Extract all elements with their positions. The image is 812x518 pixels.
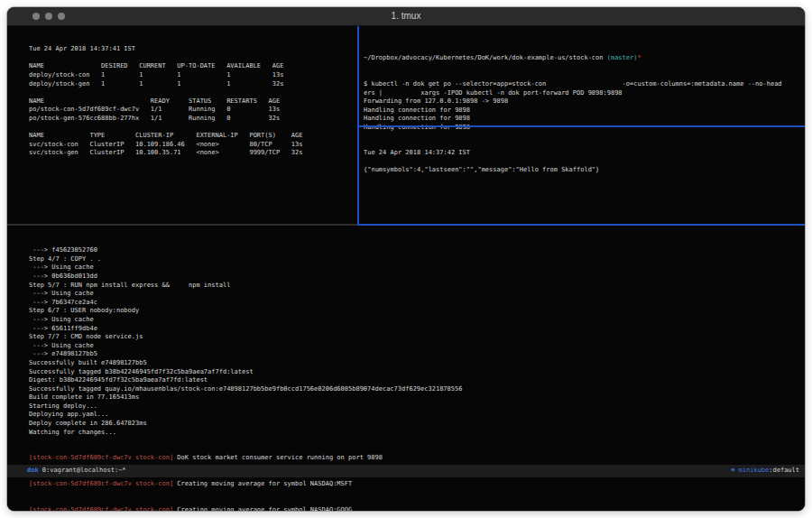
pod-log-prefix: [stock-con-5d7df689cf-dwc7v stock-con] xyxy=(29,454,173,461)
pane-divider-right[interactable] xyxy=(357,125,805,127)
pod-log-text: Creating moving average for symbol NASDA… xyxy=(173,480,352,487)
curl-response-output: Tue 24 Apr 2018 14:37:42 IST {"numsymbol… xyxy=(364,149,599,175)
tmux-status-bar: dok 0:vagrant@localhost:~* ☸ minikube:de… xyxy=(7,465,805,477)
port-forward-output: $ kubectl -n dok get po --selector=app=s… xyxy=(364,80,782,133)
pod-log-line: [stock-con-5d7df689cf-dwc7v stock-con] C… xyxy=(29,506,462,511)
pane-divider-bottom-right[interactable] xyxy=(357,224,805,226)
shell-prompt-path: ~/Dropbox/advocacy/Kubernetes/DoK/work/d… xyxy=(364,54,782,63)
pod-log-line: [stock-con-5d7df689cf-dwc7v stock-con] D… xyxy=(29,454,462,463)
pod-log-prefix: [stock-con-5d7df689cf-dwc7v stock-con] xyxy=(29,506,173,511)
pod-log-text: DoK stock market consumer service runnin… xyxy=(173,454,383,461)
pod-log-prefix: [stock-con-5d7df689cf-dwc7v stock-con] xyxy=(29,480,173,487)
pod-log-line: [stock-con-5d7df689cf-dwc7v stock-con] C… xyxy=(29,480,462,489)
pod-log-text: Creating moving average for symbol NASDA… xyxy=(173,506,352,511)
pane-curl-response[interactable]: Tue 24 Apr 2018 14:37:42 IST {"numsymbol… xyxy=(364,132,599,192)
title-bar[interactable]: 1. tmux xyxy=(7,7,805,26)
kube-namespace: :default xyxy=(769,467,799,474)
kubectl-status-output: Tue 24 Apr 2018 14:37:41 IST NAME DESIRE… xyxy=(29,45,302,158)
terminal-window: 1. tmux Tue 24 Apr 2018 14:37:41 IST NAM… xyxy=(7,7,805,511)
cwd-path: ~/Dropbox/advocacy/Kubernetes/DoK/work/d… xyxy=(364,54,607,61)
tmux-window-tab[interactable]: 0:vagrant@localhost:~* xyxy=(39,467,126,476)
kube-context-name: minikube xyxy=(734,467,769,474)
pane-kubectl-status[interactable]: Tue 24 Apr 2018 14:37:41 IST NAME DESIRE… xyxy=(29,28,302,175)
docker-build-output: ---> f45623052760Step 4/7 : COPY . . ---… xyxy=(29,246,462,437)
status-right: ☸ minikube:default xyxy=(731,467,799,476)
git-branch: (master) xyxy=(607,54,638,61)
tmux-content: Tue 24 Apr 2018 14:37:41 IST NAME DESIRE… xyxy=(7,26,805,511)
git-dirty-star: * xyxy=(637,54,641,61)
pane-divider-bottom-left[interactable] xyxy=(7,224,357,226)
window-title: 1. tmux xyxy=(7,11,805,21)
tmux-session-name[interactable]: dok xyxy=(27,467,39,476)
